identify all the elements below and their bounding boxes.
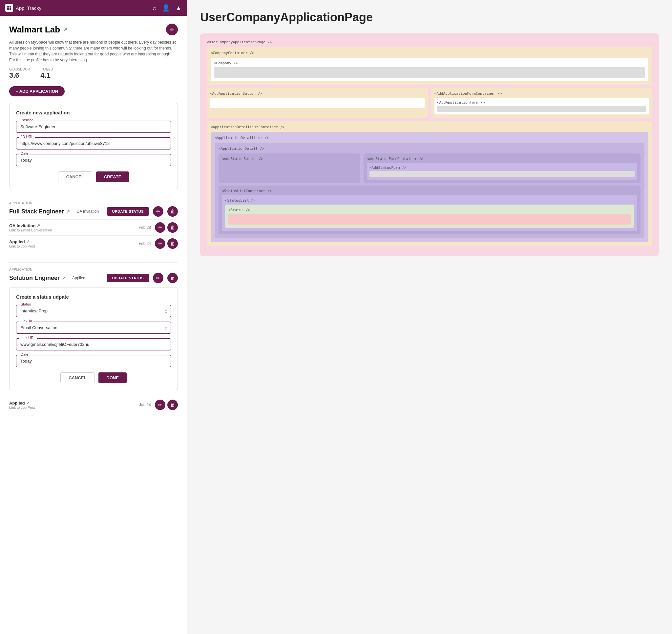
link-url-label: Link URL bbox=[19, 336, 37, 340]
app2-status-0-info: Applied ↗ Link to Job Post bbox=[9, 400, 139, 410]
status-item: <Status /> bbox=[225, 204, 634, 228]
app1-status-0-date: Feb 28 bbox=[139, 225, 151, 230]
app1-status-0-link-icon[interactable]: ↗ bbox=[37, 223, 40, 228]
link-to-search-icon: ⌕ bbox=[164, 325, 168, 331]
add-app-button-label: <AddApplicationButton /> bbox=[210, 92, 424, 96]
app1-section-label: APPLICATION bbox=[9, 201, 178, 205]
add-app-form-inner: <AddApplicationForm /> bbox=[435, 98, 649, 115]
position-input[interactable] bbox=[16, 121, 171, 133]
add-app-form-label: <AddApplicationForm /> bbox=[437, 100, 646, 104]
ratings-row: GLASSDOOR 3.6 INDEED 4.1 bbox=[9, 68, 178, 80]
app2-title: Solution Engineer ↗ bbox=[9, 275, 66, 282]
app2-section-label: APPLICATION bbox=[9, 268, 178, 271]
app2-status-0-link: Link to Job Post bbox=[9, 406, 139, 410]
status-input[interactable] bbox=[16, 305, 171, 317]
link-url-input[interactable] bbox=[16, 338, 171, 350]
status-date-input[interactable] bbox=[16, 355, 171, 367]
app1-update-status-button[interactable]: UPDATE STATUS bbox=[107, 207, 149, 216]
app2-status-0-delete-button[interactable]: 🗑 bbox=[167, 399, 178, 410]
app2-external-link-icon[interactable]: ↗ bbox=[62, 275, 66, 281]
app1-status-1-delete-button[interactable]: 🗑 bbox=[167, 238, 178, 249]
app1-status-1-name: Applied ↗ bbox=[9, 239, 139, 244]
app-detail-list: <ApplicationDetailList /> <ApplicationDe… bbox=[211, 132, 648, 242]
component-diagram: <UserCompanyApplicationPage /> <CompanyC… bbox=[200, 33, 659, 256]
app1-status-0-link: Link to Email Conversation bbox=[9, 228, 139, 232]
add-app-button-inner bbox=[210, 98, 424, 108]
top-nav: Appl Tracky ⌕ 👤 ▲ bbox=[0, 0, 187, 16]
app2-status-0-link-icon[interactable]: ↗ bbox=[26, 400, 29, 405]
app1-status-0-info: OA Invitation ↗ Link to Email Conversati… bbox=[9, 223, 139, 232]
notifications-icon[interactable]: ▲ bbox=[175, 4, 182, 12]
add-status-form-container: <AddStatusFormContainer /> <AddStatusFor… bbox=[364, 153, 641, 183]
company-title: Walmart Lab ↗ bbox=[9, 25, 68, 35]
svg-rect-1 bbox=[9, 6, 11, 7]
app2-status-0-edit-button[interactable]: ✏ bbox=[155, 399, 165, 410]
search-icon[interactable]: ⌕ bbox=[153, 4, 157, 12]
company-external-link-icon[interactable]: ↗ bbox=[63, 26, 68, 33]
right-panel: UserCompanyApplicationPage <UserCompanyA… bbox=[187, 0, 672, 634]
app1-status-row-1: Applied ↗ Link to Job Post Feb 24 ✏ 🗑 bbox=[9, 235, 178, 251]
status-item-inner bbox=[228, 214, 631, 224]
link-to-input[interactable] bbox=[16, 322, 171, 334]
app1-edit-button[interactable]: ✏ bbox=[153, 206, 163, 217]
app1-status-0-delete-button[interactable]: 🗑 bbox=[167, 222, 178, 233]
add-status-form-container-label: <AddStatusFormContainer /> bbox=[367, 157, 637, 161]
status-item-label: <Status /> bbox=[228, 208, 631, 212]
app2-delete-button[interactable]: 🗑 bbox=[167, 273, 178, 283]
cancel-create-button[interactable]: CANCEL bbox=[58, 171, 92, 182]
cancel-status-button[interactable]: CANCEL bbox=[61, 372, 94, 383]
add-app-button-box: <AddApplicationButton /> bbox=[207, 88, 428, 118]
add-application-button[interactable]: + ADD APPLICATION bbox=[9, 86, 65, 96]
application-2-section: APPLICATION Solution Engineer ↗ Applied … bbox=[9, 262, 178, 413]
app1-status-1-link-icon[interactable]: ↗ bbox=[26, 239, 29, 244]
app2-status-row-0: Applied ↗ Link to Job Post Jan 24 ✏ 🗑 bbox=[9, 397, 178, 413]
company-container-box: <CompanyContainer /> <Company /> bbox=[207, 47, 652, 85]
nav-icons: ⌕ 👤 ▲ bbox=[153, 4, 182, 12]
date-input[interactable] bbox=[16, 154, 171, 166]
edit-company-button[interactable]: ✏ bbox=[166, 24, 178, 35]
add-status-form-inner: <AddStatusForm /> bbox=[367, 163, 637, 180]
app1-status-0-edit-button[interactable]: ✏ bbox=[155, 222, 165, 233]
app2-header-row: Solution Engineer ↗ Applied UPDATE STATU… bbox=[9, 273, 178, 283]
create-form-title: Create new application bbox=[16, 110, 171, 115]
app2-status-0-name: Applied ↗ bbox=[9, 400, 139, 406]
date-field-group: Date bbox=[16, 154, 171, 166]
app2-status-0-date: Jan 24 bbox=[139, 403, 151, 407]
app2-edit-button[interactable]: ✏ bbox=[153, 273, 163, 283]
company-header: Walmart Lab ↗ ✏ bbox=[9, 24, 178, 35]
status-list-label: <StatusList /> bbox=[225, 198, 634, 202]
jd-url-input[interactable] bbox=[16, 137, 171, 149]
company-container-label: <CompanyContainer /> bbox=[211, 51, 648, 55]
status-search-icon: ⌕ bbox=[164, 308, 168, 314]
link-url-field-group: Link URL bbox=[16, 338, 171, 350]
app-detail-list-label: <ApplicationDetailList /> bbox=[215, 136, 645, 140]
add-status-form-label: <AddStatusForm /> bbox=[369, 166, 634, 170]
done-status-button[interactable]: DONE bbox=[98, 372, 127, 383]
status-date-label: Date bbox=[19, 352, 29, 356]
app1-status-1-edit-button[interactable]: ✏ bbox=[155, 238, 165, 249]
app1-status-0-actions: ✏ 🗑 bbox=[155, 222, 178, 233]
status-field-group: Status ⌕ bbox=[16, 305, 171, 317]
app1-delete-button[interactable]: 🗑 bbox=[167, 206, 178, 217]
add-app-row: <AddApplicationButton /> <AddApplication… bbox=[207, 88, 652, 118]
add-status-row: <AddStatusButton /> <AddStatusFormContai… bbox=[218, 153, 641, 183]
create-button[interactable]: CREATE bbox=[96, 171, 129, 182]
app1-external-link-icon[interactable]: ↗ bbox=[66, 209, 70, 214]
svg-rect-2 bbox=[7, 8, 9, 10]
add-app-form-container-label: <AddApplicationFormContainer /> bbox=[435, 92, 649, 96]
app-detail-list-container-label: <ApplicationDetailListContainer /> bbox=[211, 125, 648, 129]
app2-update-status-button[interactable]: UPDATE STATUS bbox=[107, 274, 149, 282]
app1-status-1-date: Feb 24 bbox=[139, 241, 151, 246]
account-icon[interactable]: 👤 bbox=[162, 4, 170, 12]
app1-status-1-info: Applied ↗ Link to Job Post bbox=[9, 239, 139, 248]
add-app-form-container-box: <AddApplicationFormContainer /> <AddAppl… bbox=[431, 88, 652, 118]
app-detail-label: <ApplicationDetail /> bbox=[218, 147, 641, 151]
status-list-container-label: <StatusListContainer /> bbox=[222, 189, 637, 193]
position-label: Position bbox=[19, 118, 35, 122]
app2-current-status: Applied bbox=[72, 276, 85, 280]
app-icon bbox=[5, 4, 13, 12]
create-status-form: Create a status udpate Status ⌕ Link To … bbox=[9, 287, 178, 390]
status-list: <StatusList /> <Status /> bbox=[222, 195, 637, 231]
right-panel-title: UserCompanyApplicationPage bbox=[200, 10, 659, 24]
status-date-field-group: Date bbox=[16, 355, 171, 367]
